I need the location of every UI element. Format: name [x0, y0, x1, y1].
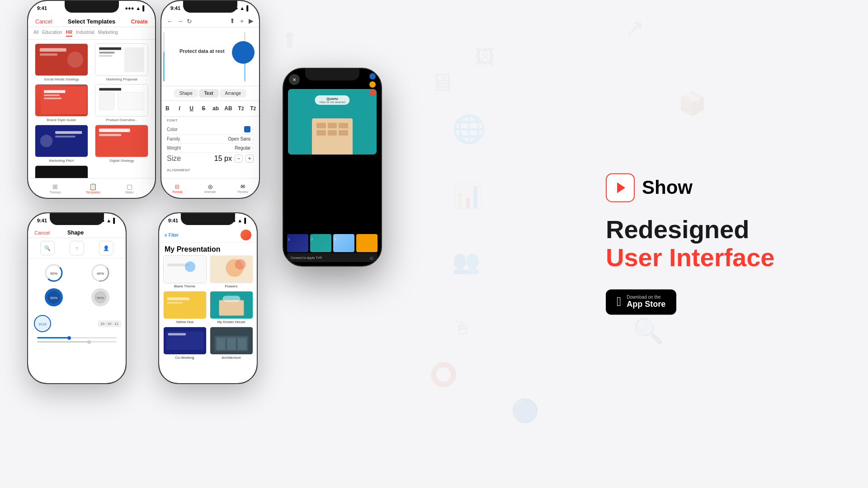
template-item[interactable]: Social Media Strategy	[33, 43, 90, 81]
filter-icon: ≡	[165, 233, 167, 238]
tab-arrange[interactable]: Arrange	[220, 89, 247, 98]
window	[339, 130, 348, 136]
slide-thumb-3[interactable]: 3	[333, 234, 354, 252]
template-item-architecture[interactable]: Architecture	[209, 327, 253, 360]
color-dot-blue[interactable]	[369, 73, 376, 80]
slide-building	[312, 118, 353, 155]
font-family-row[interactable]: Family Open Sans ›	[167, 135, 254, 144]
ui-label: User Interface	[606, 244, 832, 272]
underline-button[interactable]: U	[188, 103, 195, 113]
window	[339, 123, 348, 128]
app-store-button[interactable]:  Download on the App Store	[606, 290, 676, 315]
cat-education[interactable]: Education	[42, 30, 62, 37]
slider-2	[33, 341, 121, 343]
svg-text:50%: 50%	[50, 272, 57, 276]
template-item[interactable]: Marketing Pitch	[33, 125, 90, 163]
control-2: 40%	[79, 263, 121, 283]
template-item[interactable]: Digital Strategy	[93, 125, 151, 163]
cat-all[interactable]: All	[33, 30, 38, 37]
add-button[interactable]: ＋	[239, 17, 245, 25]
forward-button[interactable]: →	[177, 18, 183, 25]
dial-2: 50%	[90, 287, 110, 307]
template-item-blank[interactable]: Blank Theme	[163, 255, 207, 288]
svg-point-43	[185, 262, 195, 272]
share-button[interactable]: ⬆	[230, 17, 235, 25]
p4-cancel-button[interactable]: Cancel	[34, 230, 50, 235]
user-avatar[interactable]	[241, 230, 251, 240]
slide-thumb-4[interactable]	[356, 234, 377, 252]
svg-rect-8	[124, 47, 144, 72]
size-increase-button[interactable]: +	[245, 155, 254, 163]
window	[316, 130, 326, 136]
dial-1: 50%	[44, 287, 64, 307]
cancel-button[interactable]: Cancel	[35, 19, 52, 25]
size-controls: 15 px − +	[214, 155, 254, 163]
presentation-slide: Quartz Villas for the destined	[288, 89, 377, 155]
cat-industrial[interactable]: Industrial	[76, 30, 94, 37]
tab-text[interactable]: Text	[199, 89, 219, 98]
italic-button[interactable]: I	[176, 103, 183, 113]
template-thumb-marketing	[95, 43, 148, 76]
refresh-button[interactable]: ↻	[187, 18, 192, 25]
tool-up[interactable]: ↑	[70, 241, 84, 255]
template-item[interactable]: Marketing Proposal	[93, 43, 151, 81]
slide-thumb-1[interactable]: 1	[287, 234, 308, 252]
slider-track-1[interactable]	[37, 337, 117, 338]
template-item[interactable]: Brand Style Guide	[33, 84, 90, 122]
tool-row: 🔍 ↑ 👤	[28, 238, 126, 258]
p4-navigation: Cancel Shape	[28, 228, 126, 238]
lowercase-button[interactable]: ab	[212, 103, 219, 113]
bottom-templates[interactable]: 📋 Templates	[86, 183, 100, 194]
chevron-right-icon-3: ›	[252, 146, 254, 150]
back-button[interactable]: ←	[167, 18, 173, 25]
color-dot-orange[interactable]	[369, 81, 376, 88]
superscript-button[interactable]: T2	[238, 103, 245, 113]
font-color-row[interactable]: Color ›	[167, 124, 254, 135]
deco-monitor-icon: 🖥	[429, 68, 454, 97]
slider-track-2[interactable]	[37, 341, 117, 343]
app-store-main-text: App Store	[627, 300, 665, 310]
size-decrease-button[interactable]: −	[235, 155, 243, 163]
cat-hr[interactable]: HR	[66, 30, 72, 37]
template-item-mydream[interactable]: My Dream House	[209, 291, 253, 324]
battery-icon-2: ▌	[246, 5, 250, 11]
tab-shape[interactable]: Shape	[174, 89, 198, 98]
show-badge: Show	[606, 173, 832, 202]
window	[328, 130, 337, 136]
bottom-animate[interactable]: ◎ Animate	[204, 183, 216, 193]
bottom-slides[interactable]: ▢ Slides	[125, 183, 133, 194]
p1-bottom-bar: ⊞ Themes 📋 Templates ▢ Slides	[28, 178, 155, 198]
cat-marketing[interactable]: Marketing	[98, 30, 118, 37]
color-swatch	[244, 126, 250, 132]
play-button[interactable]: ▶	[249, 17, 254, 25]
template-item-coworking[interactable]: Co-Working	[163, 327, 207, 360]
uppercase-button[interactable]: AB	[224, 103, 232, 113]
template-item-flowers[interactable]: Flowers	[209, 255, 253, 288]
tool-person[interactable]: 👤	[99, 241, 113, 255]
ratio-label: 10 : 10 : 11	[98, 320, 121, 327]
bottom-format[interactable]: ⊟ Format	[172, 183, 182, 193]
svg-rect-2	[40, 53, 57, 56]
font-weight-val: Regular ›	[235, 145, 254, 150]
bottom-review[interactable]: ✉ Review	[238, 183, 248, 193]
font-weight-row[interactable]: Weight Regular ›	[167, 144, 254, 153]
template-item[interactable]: Product Overview...	[93, 84, 151, 122]
filter-button[interactable]: ≡ Filter	[165, 233, 179, 238]
phone-my-presentation: 9:41 ●● ▲ ▌ ≡ Filter My Presentation	[158, 212, 258, 384]
window	[316, 123, 326, 128]
strikethrough-button[interactable]: S	[200, 103, 207, 113]
template-item-yellow[interactable]: Yellow Hue	[163, 291, 207, 324]
svg-rect-48	[167, 297, 189, 300]
close-button[interactable]: ✕	[289, 74, 300, 85]
create-button[interactable]: Create	[131, 19, 148, 25]
tool-zoom[interactable]: 🔍	[40, 241, 55, 255]
template-thumb-digital	[95, 125, 148, 157]
color-dot-red[interactable]	[369, 89, 376, 96]
subscript-button[interactable]: T2	[250, 103, 256, 113]
slide-thumb-2[interactable]: 2	[310, 234, 331, 252]
bottom-themes[interactable]: ⊞ Themes	[49, 183, 61, 194]
right-content: Show Redesigned User Interface  Downloa…	[606, 173, 832, 314]
thumb-num-3: 3	[333, 237, 337, 242]
svg-rect-12	[44, 98, 61, 99]
bold-button[interactable]: B	[164, 103, 171, 113]
